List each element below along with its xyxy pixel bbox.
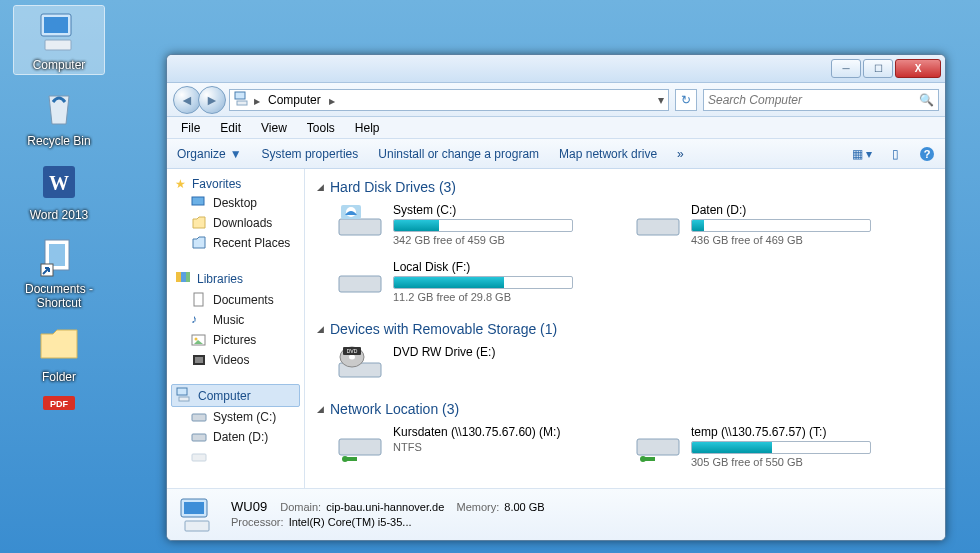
desktop-icon-label: Folder <box>14 370 104 384</box>
menu-file[interactable]: File <box>173 119 208 137</box>
svg-rect-23 <box>177 388 187 395</box>
minimize-button[interactable]: ─ <box>831 59 861 78</box>
section-header-hdd[interactable]: ◢ Hard Disk Drives (3) <box>317 175 933 203</box>
details-pane: WU09 Domain: cip-bau.uni-hannover.de Mem… <box>167 488 945 540</box>
drive-icon <box>191 429 207 445</box>
drive-sub: 305 GB free of 550 GB <box>691 456 895 468</box>
address-dropdown-icon[interactable]: ▾ <box>658 93 664 107</box>
drive-system-c[interactable]: System (C:) 342 GB free of 459 GB <box>337 203 597 246</box>
menu-view[interactable]: View <box>253 119 295 137</box>
nav-buttons: ◄ ► <box>173 86 223 114</box>
sidebar-header-libraries[interactable]: Libraries <box>167 267 304 290</box>
sidebar-item-drive-d[interactable]: Daten (D:) <box>167 427 304 447</box>
desktop: Computer Recycle Bin W Word 2013 Documen… <box>0 0 150 422</box>
help-button[interactable]: ? <box>919 146 935 162</box>
desktop-icon-label: Documents - Shortcut <box>14 282 104 310</box>
desktop-icon-documents-shortcut[interactable]: Documents - Shortcut <box>14 232 104 310</box>
details-text: WU09 Domain: cip-bau.uni-hannover.de Mem… <box>231 499 545 530</box>
content-pane[interactable]: ◢ Hard Disk Drives (3) System (C:) 342 G… <box>305 169 945 488</box>
search-input[interactable]: Search Computer 🔍 <box>703 89 939 111</box>
svg-rect-16 <box>181 272 186 282</box>
svg-point-20 <box>195 338 198 341</box>
svg-rect-24 <box>179 397 189 401</box>
capacity-bar <box>393 219 573 232</box>
breadcrumb[interactable]: Computer <box>264 93 325 107</box>
menu-help[interactable]: Help <box>347 119 388 137</box>
more-button[interactable]: » <box>677 147 684 161</box>
sidebar-item-drive-f[interactable] <box>167 447 304 467</box>
svg-rect-40 <box>637 439 679 455</box>
desktop-icon-word[interactable]: W Word 2013 <box>14 158 104 222</box>
search-icon[interactable]: 🔍 <box>919 93 934 107</box>
sidebar-item-pictures[interactable]: Pictures <box>167 330 304 350</box>
drive-kursdaten-m[interactable]: Kursdaten (\\130.75.67.60) (M:) NTFS <box>337 425 597 468</box>
sidebar[interactable]: ★ Favorites Desktop Downloads Recent Pla… <box>167 169 305 488</box>
breadcrumb-separator[interactable] <box>329 93 335 107</box>
svg-text:?: ? <box>924 148 931 160</box>
section-header-removable[interactable]: ◢ Devices with Removable Storage (1) <box>317 317 933 345</box>
drive-sub: NTFS <box>393 441 597 453</box>
view-options-button[interactable]: ▦ ▾ <box>852 147 872 161</box>
desktop-icon-pdf[interactable]: PDF <box>14 392 104 412</box>
desktop-icon <box>191 195 207 211</box>
drive-daten-d[interactable]: Daten (D:) 436 GB free of 469 GB <box>635 203 895 246</box>
uninstall-button[interactable]: Uninstall or change a program <box>378 147 539 161</box>
sidebar-header-computer[interactable]: Computer <box>171 384 300 407</box>
sidebar-header-favorites[interactable]: ★ Favorites <box>167 175 304 193</box>
sidebar-item-desktop[interactable]: Desktop <box>167 193 304 213</box>
svg-rect-38 <box>339 439 381 455</box>
desktop-icon-computer[interactable]: Computer <box>14 6 104 74</box>
capacity-bar <box>691 219 871 232</box>
menu-edit[interactable]: Edit <box>212 119 249 137</box>
svg-rect-14 <box>192 197 204 205</box>
system-properties-button[interactable]: System properties <box>262 147 359 161</box>
sidebar-item-documents[interactable]: Documents <box>167 290 304 310</box>
collapse-icon[interactable]: ◢ <box>317 182 324 192</box>
close-button[interactable]: X <box>895 59 941 78</box>
drive-dvd-e[interactable]: DVD DVD RW Drive (E:) <box>337 345 597 383</box>
sidebar-item-recent[interactable]: Recent Places <box>167 233 304 253</box>
forward-button[interactable]: ► <box>198 86 226 114</box>
titlebar[interactable]: ─ ☐ X <box>167 55 945 83</box>
drive-temp-t[interactable]: temp (\\130.75.67.57) (T:) 305 GB free o… <box>635 425 895 468</box>
svg-point-39 <box>342 456 348 462</box>
map-drive-button[interactable]: Map network drive <box>559 147 657 161</box>
collapse-icon[interactable]: ◢ <box>317 324 324 334</box>
drive-name: Local Disk (F:) <box>393 260 597 274</box>
sidebar-item-music[interactable]: ♪ Music <box>167 310 304 330</box>
domain-key: Domain: <box>280 501 321 513</box>
address-bar[interactable]: Computer ▾ <box>229 89 669 111</box>
preview-pane-button[interactable]: ▯ <box>892 147 899 161</box>
svg-rect-15 <box>176 272 181 282</box>
collapse-icon[interactable]: ◢ <box>317 404 324 414</box>
address-row: ◄ ► Computer ▾ ↻ Search Computer 🔍 <box>167 83 945 117</box>
svg-text:W: W <box>49 172 69 194</box>
sidebar-item-drive-c[interactable]: System (C:) <box>167 407 304 427</box>
sidebar-libraries: Libraries Documents ♪ Music Pictures Vid… <box>167 267 304 370</box>
desktop-icon-folder[interactable]: Folder <box>14 320 104 384</box>
maximize-button[interactable]: ☐ <box>863 59 893 78</box>
star-icon: ★ <box>175 177 186 191</box>
svg-text:PDF: PDF <box>50 399 69 409</box>
menubar: File Edit View Tools Help <box>167 117 945 139</box>
menu-tools[interactable]: Tools <box>299 119 343 137</box>
organize-button[interactable]: Organize ▼ <box>177 147 242 161</box>
drive-icon <box>337 260 383 298</box>
sidebar-item-videos[interactable]: Videos <box>167 350 304 370</box>
svg-rect-2 <box>45 40 71 50</box>
documents-icon <box>191 292 207 308</box>
back-button[interactable]: ◄ <box>173 86 201 114</box>
desktop-icon-recycle[interactable]: Recycle Bin <box>14 84 104 148</box>
sidebar-item-downloads[interactable]: Downloads <box>167 213 304 233</box>
memory-key: Memory: <box>456 501 499 513</box>
processor-key: Processor: <box>231 516 284 528</box>
chevron-down-icon: ▼ <box>230 147 242 161</box>
toolbar: Organize ▼ System properties Uninstall o… <box>167 139 945 169</box>
drive-local-f[interactable]: Local Disk (F:) 11.2 GB free of 29.8 GB <box>337 260 597 303</box>
svg-rect-1 <box>44 17 68 33</box>
processor-value: Intel(R) Core(TM) i5-35... <box>289 516 412 528</box>
refresh-button[interactable]: ↻ <box>675 89 697 111</box>
section-header-network[interactable]: ◢ Network Location (3) <box>317 397 933 425</box>
breadcrumb-separator[interactable] <box>254 93 260 107</box>
drive-icon <box>635 203 681 241</box>
